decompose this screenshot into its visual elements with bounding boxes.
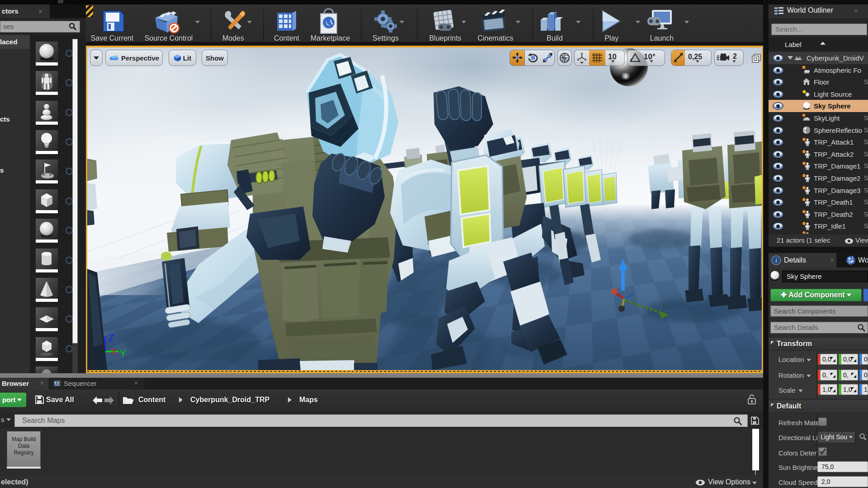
svg-text:Z: Z (108, 332, 114, 343)
svg-text:X: X (111, 347, 117, 356)
svg-text:Y: Y (120, 347, 127, 359)
svg-text:i: i (775, 257, 777, 264)
